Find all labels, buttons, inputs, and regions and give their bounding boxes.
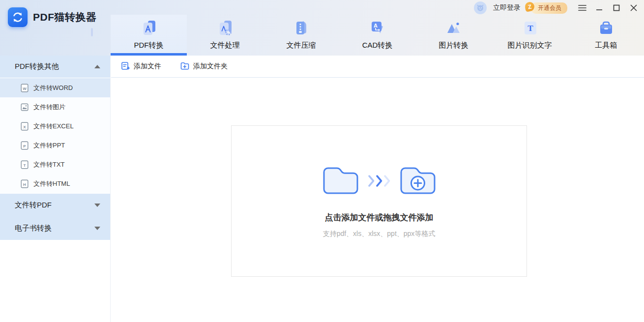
app-logo: PDF猫转换器 [8, 7, 97, 27]
source-folder-icon [322, 165, 360, 197]
tab-label: 图片识别文字 [508, 41, 552, 50]
sidebar-item-to-excel[interactable]: X 文件转EXCEL [0, 117, 110, 136]
svg-text:X: X [23, 124, 26, 129]
ppt-doc-icon: P [21, 141, 29, 150]
tab-label: 工具箱 [595, 41, 617, 50]
app-window: PDF猫转换器 立即登录 Z 开通会员 [0, 0, 644, 322]
chevron-up-icon [94, 65, 100, 68]
cad-convert-icon: A [369, 19, 386, 36]
sidebar-subitems: W 文件转WORD 文件转图片 X 文件转EXCEL [0, 78, 110, 193]
vip-coin-icon: Z [524, 1, 535, 12]
file-process-icon [217, 19, 234, 36]
sidebar-item-to-image[interactable]: 文件转图片 [0, 97, 110, 117]
image-convert-icon [445, 19, 462, 36]
word-doc-icon: W [21, 84, 29, 92]
sidebar-group-pdf-convert-other[interactable]: PDF转换其他 [0, 56, 110, 78]
tab-label: 图片转换 [439, 41, 468, 50]
tab-label: PDF转换 [134, 41, 164, 50]
user-avatar[interactable] [474, 1, 487, 14]
sidebar-item-to-txt[interactable]: T 文件转TXT [0, 155, 110, 174]
add-file-button[interactable]: 添加文件 [121, 61, 161, 72]
sidebar: PDF转换其他 W 文件转WORD 文件转图片 [0, 56, 111, 322]
dropzone-sub-text: 支持pdf、xls、xlsx、ppt、ppx等格式 [232, 230, 527, 238]
file-compress-icon [293, 19, 310, 36]
sidebar-group-ebook-convert[interactable]: 电子书转换 [0, 217, 110, 240]
group-label: 文件转PDF [15, 201, 52, 210]
sidebar-item-to-ppt[interactable]: P 文件转PPT [0, 136, 110, 155]
dropzone-main-text: 点击添加文件或拖拽文件添加 [232, 212, 527, 223]
app-title: PDF猫转换器 [33, 10, 97, 24]
arrow-chevrons-icon [368, 175, 390, 187]
minimize-button[interactable] [594, 2, 605, 13]
excel-doc-icon: X [21, 122, 29, 131]
maximize-button[interactable] [611, 2, 622, 13]
svg-text:P: P [23, 144, 26, 148]
sidebar-item-label: 文件转WORD [33, 84, 73, 92]
tab-cad-convert[interactable]: A CAD转换 [339, 15, 415, 56]
tab-label: 文件处理 [210, 41, 240, 50]
ocr-text-icon: T [522, 19, 538, 36]
add-file-icon [121, 61, 130, 72]
sidebar-item-to-html[interactable]: H 文件转HTML [0, 174, 110, 193]
toolbar: 添加文件 添加文件夹 [111, 56, 644, 78]
svg-text:T: T [527, 24, 533, 33]
tab-file-compress[interactable]: 文件压缩 [263, 15, 339, 56]
titlebar-controls: 立即登录 Z 开通会员 [474, 1, 639, 15]
dropzone-illustration [232, 165, 527, 197]
tab-ocr-text[interactable]: T 图片识别文字 [492, 15, 568, 56]
tab-label: CAD转换 [362, 41, 393, 50]
tab-file-process[interactable]: 文件处理 [187, 15, 263, 56]
hamburger-menu-icon[interactable] [577, 2, 587, 13]
svg-text:T: T [24, 163, 26, 167]
add-file-label: 添加文件 [134, 62, 161, 71]
decor-tick [91, 28, 93, 36]
tab-label: 文件压缩 [287, 41, 316, 50]
nav-tabstrip: PDF转换 文件处理 [111, 15, 644, 56]
sync-logo-icon [8, 7, 28, 27]
add-folder-icon [180, 61, 189, 72]
chevron-down-icon [94, 227, 100, 230]
svg-text:H: H [23, 182, 26, 186]
sidebar-item-to-word[interactable]: W 文件转WORD [0, 78, 110, 97]
vip-badge-label: 开通会员 [538, 4, 561, 11]
add-folder-label: 添加文件夹 [193, 62, 228, 71]
svg-text:W: W [23, 86, 27, 90]
txt-doc-icon: T [21, 160, 29, 169]
tab-toolbox[interactable]: 工具箱 [568, 15, 644, 56]
sidebar-item-label: 文件转EXCEL [33, 122, 74, 131]
sidebar-item-label: 文件转TXT [33, 160, 65, 169]
login-link[interactable]: 立即登录 [493, 3, 521, 12]
toolbox-icon [598, 19, 615, 36]
vip-badge[interactable]: Z 开通会员 [531, 2, 567, 14]
add-folder-target-icon [399, 165, 437, 197]
sidebar-item-label: 文件转图片 [33, 103, 65, 112]
pdf-convert-icon [141, 19, 157, 36]
chevron-down-icon [94, 204, 100, 207]
group-label: 电子书转换 [15, 224, 52, 233]
sidebar-item-label: 文件转HTML [33, 179, 70, 188]
close-button[interactable] [628, 2, 639, 13]
file-dropzone[interactable]: 点击添加文件或拖拽文件添加 支持pdf、xls、xlsx、ppt、ppx等格式 [231, 125, 527, 277]
tab-image-convert[interactable]: 图片转换 [415, 15, 492, 56]
group-label: PDF转换其他 [15, 62, 59, 71]
sidebar-group-to-pdf[interactable]: 文件转PDF [0, 194, 110, 217]
add-folder-button[interactable]: 添加文件夹 [180, 61, 228, 72]
svg-text:A: A [374, 23, 378, 29]
sidebar-item-label: 文件转PPT [33, 141, 65, 150]
image-doc-icon [21, 103, 29, 112]
html-doc-icon: H [21, 179, 29, 188]
tab-pdf-convert[interactable]: PDF转换 [111, 15, 187, 56]
